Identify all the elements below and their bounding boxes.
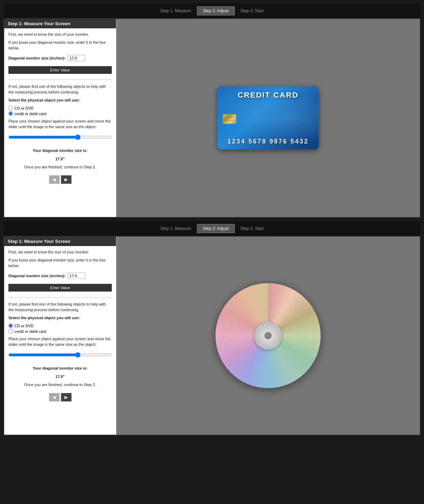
cd-disc	[216, 283, 321, 388]
right-panel-1: CREDIT CARD 1234 5678 9876 5432	[116, 19, 420, 217]
select-label-2: Select the physical object you will use:	[8, 315, 112, 321]
panel2-intro1: First, we need to know the size of your …	[8, 250, 112, 255]
diagonal-input-2[interactable]	[68, 273, 85, 279]
app-wrapper: Step 1: Measure Step 2: Adjust Step 3: S…	[0, 0, 424, 439]
tab-step2-adjust[interactable]: Step 2: Adjust	[197, 6, 235, 15]
radio-group-1: CD or DVD credit or debit card	[8, 106, 112, 116]
slider-container-1	[8, 134, 112, 141]
panel1-intro1: First, we need to know the size of your …	[8, 32, 112, 37]
diagonal-label-2: Diagonal monitor size (inches):	[8, 274, 66, 278]
enter-value-btn-2[interactable]: Enter Value	[8, 284, 112, 292]
left-panel-1: Step 1: Measure Your Screen First, we ne…	[4, 19, 116, 217]
radio-group-2: CD or DVD credit or debit card	[8, 323, 112, 334]
card-number: 1234 5678 9876 5432	[223, 138, 313, 145]
radio-card-label-2[interactable]: credit or debit card	[8, 329, 112, 334]
continue-text-2: Once you are finished, continue to Step …	[8, 382, 112, 387]
diagonal-label: Diagonal monitor size (inches):	[8, 56, 66, 60]
size-label-2: Your diagonal monitor size is:	[8, 366, 112, 371]
tab-step3-start[interactable]: Step 3: Start	[235, 7, 269, 15]
radio-cd-text-2: CD or DVD	[14, 324, 34, 328]
radio-card-text-2: credit or debit card	[14, 329, 46, 334]
panel2-body: First, we need to know the size of your …	[4, 246, 116, 435]
radio-card-1[interactable]	[8, 111, 13, 116]
panel1-note: If not, please find one of the following…	[8, 84, 112, 95]
tab-bar-2: Step 1: Measure Step 2: Adjust Step 3: S…	[4, 221, 420, 236]
next-btn-1[interactable]: ▶	[61, 175, 71, 184]
radio-cd-text-1: CD or DVD	[14, 106, 34, 110]
card-chip	[223, 114, 236, 124]
radio-cd-label-2[interactable]: CD or DVD	[8, 323, 112, 328]
panel2-intro2: If you know your diagonal monitor size, …	[8, 258, 112, 268]
nav-buttons-2: ◀ ▶	[8, 393, 112, 401]
tab2-step1-measure[interactable]: Step 1: Measure	[155, 224, 197, 233]
cd-hole	[265, 332, 272, 339]
panel2-note: If not, please find one of the following…	[8, 302, 112, 313]
divider-2	[8, 297, 112, 298]
divider-1	[8, 79, 112, 80]
right-panel-2	[116, 237, 420, 435]
radio-card-label-1[interactable]: credit or debit card	[8, 111, 112, 116]
main-panel-1: Step 1: Measure Your Screen First, we ne…	[4, 18, 420, 218]
slider-instruction-1: Place your chosen object against your sc…	[8, 119, 112, 130]
diagonal-input-row-2: Diagonal monitor size (inches):	[8, 273, 112, 279]
tab2-step2-adjust[interactable]: Step 2: Adjust	[197, 224, 235, 233]
credit-card: CREDIT CARD 1234 5678 9876 5432	[217, 86, 319, 149]
enter-value-btn-1[interactable]: Enter Value	[8, 66, 112, 74]
radio-cd-2[interactable]	[8, 323, 13, 328]
main-panel-2: Step 1: Measure Your Screen First, we ne…	[4, 236, 420, 435]
panel2-title: Step 1: Measure Your Screen	[4, 237, 116, 246]
tab-step1-measure[interactable]: Step 1: Measure	[155, 7, 197, 15]
size-label-1: Your diagonal monitor size is:	[8, 148, 112, 153]
size-value-1: 17.0"	[8, 156, 112, 162]
size-slider-1[interactable]	[8, 134, 112, 140]
panel1-body: First, we need to know the size of your …	[4, 28, 116, 217]
select-label-1: Select the physical object you will use:	[8, 98, 112, 103]
diagonal-input[interactable]	[68, 55, 85, 61]
continue-text-1: Once you are finished, continue to Step …	[8, 164, 112, 170]
section-1: Step 1: Measure Step 2: Adjust Step 3: S…	[4, 4, 420, 218]
prev-btn-2[interactable]: ◀	[49, 393, 60, 401]
radio-card-text-1: credit or debit card	[14, 112, 46, 116]
prev-btn-1[interactable]: ◀	[49, 175, 60, 184]
tab-bar-1: Step 1: Measure Step 2: Adjust Step 3: S…	[4, 4, 420, 18]
diagonal-input-row: Diagonal monitor size (inches):	[8, 55, 112, 61]
size-value-2: 17.0"	[8, 374, 112, 379]
radio-cd-1[interactable]	[8, 106, 13, 110]
slider-container-2	[8, 352, 112, 359]
section-2: Step 1: Measure Step 2: Adjust Step 3: S…	[4, 221, 420, 435]
card-title: CREDIT CARD	[223, 91, 313, 100]
next-btn-2[interactable]: ▶	[61, 393, 71, 401]
cd-inner	[254, 322, 282, 350]
size-slider-2[interactable]	[8, 352, 112, 358]
panel1-title: Step 1: Measure Your Screen	[4, 19, 116, 28]
radio-card-2[interactable]	[8, 329, 13, 334]
tab2-step3-start[interactable]: Step 3: Start	[235, 224, 269, 233]
radio-cd-label-1[interactable]: CD or DVD	[8, 106, 112, 110]
panel1-intro2: If you know your diagonal monitor size, …	[8, 40, 112, 51]
nav-buttons-1: ◀ ▶	[8, 175, 112, 184]
slider-instruction-2: Place your chosen object against your sc…	[8, 336, 112, 347]
left-panel-2: Step 1: Measure Your Screen First, we ne…	[4, 237, 116, 435]
